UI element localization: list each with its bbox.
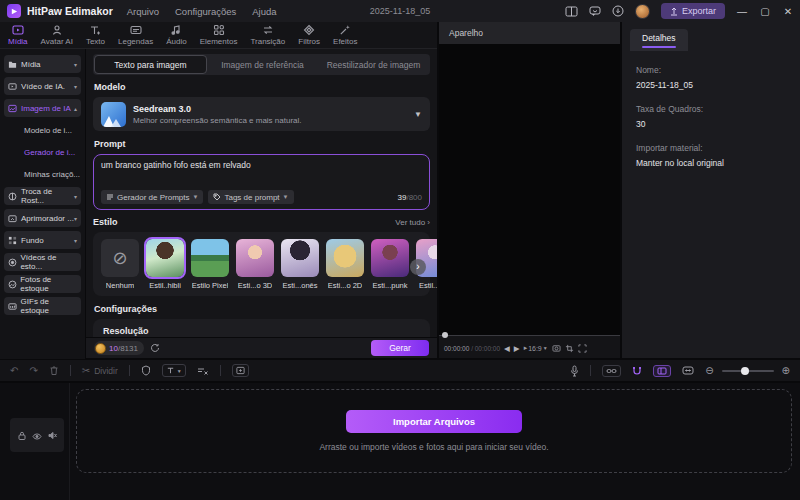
tab-transicao[interactable]: Transição — [250, 24, 285, 46]
zoom-in-icon[interactable]: ⊕ — [782, 365, 790, 376]
model-selector[interactable]: Seedream 3.0 Melhor compreensão semântic… — [93, 97, 430, 131]
prev-frame-button[interactable]: ◀ — [504, 344, 510, 353]
sidebar-item-minhas-criacoes[interactable]: Minhas criaçõ... — [0, 165, 85, 183]
prompt-section-label: Prompt — [94, 139, 430, 149]
user-avatar[interactable] — [635, 4, 650, 19]
close-button[interactable]: ✕ — [782, 6, 794, 17]
seek-bar[interactable] — [439, 332, 620, 338]
generate-button[interactable]: Gerar — [371, 340, 429, 356]
zoom-slider-knob[interactable] — [741, 367, 749, 375]
style-option-2d[interactable]: Esti...o 2D — [326, 239, 364, 290]
style-option-punk[interactable]: Esti...punk — [371, 239, 409, 290]
folder-icon — [8, 60, 18, 69]
transition-icon — [262, 24, 274, 36]
style-option-ghibli[interactable]: Estil..hibli — [146, 239, 184, 290]
track-header — [10, 418, 64, 452]
tab-audio[interactable]: Áudio — [166, 24, 186, 46]
download-icon[interactable] — [612, 5, 624, 17]
snapshot-icon[interactable] — [552, 344, 561, 352]
generator-tabs: Texto para imagem Imagem de referência R… — [93, 54, 430, 75]
tab-elementos[interactable]: Elementos — [200, 24, 238, 46]
zoom-out-icon[interactable]: ⊖ — [705, 365, 713, 376]
play-button[interactable]: ▶ — [514, 344, 520, 353]
style-option-none[interactable]: ⊘ Nenhum — [101, 239, 139, 290]
preview-viewport[interactable] — [439, 44, 620, 335]
menu-configuracoes[interactable]: Configurações — [175, 6, 236, 17]
style-next-arrow[interactable]: › — [410, 259, 426, 275]
tab-imagem-de-referencia[interactable]: Imagem de referência — [207, 55, 318, 74]
layout-panel-icon[interactable] — [565, 6, 578, 17]
aspect-ratio-select[interactable]: ▸16:9▼ — [524, 344, 548, 352]
sidebar-item-fotos-de-estoque[interactable]: Fotos de estoque — [4, 275, 81, 293]
image-generator-panel: Texto para imagem Imagem de referência R… — [86, 49, 437, 337]
crop-icon[interactable] — [565, 344, 574, 353]
view-all-link[interactable]: Ver tudo › — [395, 218, 430, 227]
style-option-pixel[interactable]: Estilo Pixel — [191, 239, 229, 290]
playhead-knob[interactable] — [442, 332, 448, 338]
split-button[interactable]: ✂Dividir — [82, 365, 118, 376]
tab-reestilizador-de-imagem[interactable]: Reestilizador de imagem — [318, 55, 429, 74]
record-voice-icon[interactable] — [570, 365, 579, 377]
tab-avatar-ai[interactable]: Avatar AI — [41, 24, 73, 46]
prompt-generator-button[interactable]: Gerador de Prompts▼ — [101, 190, 203, 204]
elements-icon — [213, 24, 225, 36]
magnet-snap-icon[interactable] — [632, 366, 642, 376]
tab-legendas[interactable]: Legendas — [118, 24, 153, 46]
redo-icon[interactable]: ↷ — [29, 365, 37, 376]
marker-icon[interactable] — [141, 365, 151, 376]
sidebar-item-aprimorador[interactable]: Aprimorador ...▾ — [4, 209, 81, 227]
lock-icon[interactable] — [18, 426, 26, 444]
freeze-frame-icon[interactable] — [232, 364, 249, 377]
style-option-3d[interactable]: Esti...o 3D — [236, 239, 274, 290]
fit-timeline-icon[interactable] — [682, 366, 694, 375]
tab-texto[interactable]: Texto — [86, 24, 105, 46]
fullscreen-icon[interactable] — [578, 344, 587, 353]
media-icon — [12, 24, 24, 36]
media-drop-zone[interactable]: Importar Arquivos Arraste ou importe víd… — [76, 389, 792, 473]
tab-texto-para-imagem[interactable]: Texto para imagem — [94, 55, 207, 74]
prompt-tags-button[interactable]: Tags de prompt▼ — [208, 190, 293, 204]
mute-icon[interactable] — [48, 426, 57, 444]
tab-detalhes[interactable]: Detalhes — [630, 29, 688, 51]
tab-midia[interactable]: Mídia — [8, 24, 28, 46]
menu-arquivo[interactable]: Arquivo — [127, 6, 159, 17]
tab-filtros[interactable]: Filtros — [298, 24, 320, 46]
minimize-button[interactable]: — — [736, 6, 748, 17]
model-description: Melhor compreensão semântica e mais natu… — [133, 116, 302, 125]
link-clips-icon[interactable] — [602, 365, 621, 377]
prompt-input[interactable]: um branco gatinho fofo está em relvado — [94, 155, 429, 190]
auto-ripple-icon[interactable] — [653, 365, 671, 377]
sidebar-item-modelo-de-imagem[interactable]: Modelo de i... — [0, 121, 85, 139]
text-tool-button[interactable]: ▼ — [162, 364, 186, 377]
sidebar-item-imagem-de-ia[interactable]: Imagem de IA▴ — [4, 99, 81, 117]
sidebar-item-fundo[interactable]: Fundo▾ — [4, 231, 81, 249]
sidebar-item-videos-de-estoque[interactable]: Vídeos de esto... — [4, 253, 81, 271]
feedback-icon[interactable] — [589, 6, 601, 17]
tab-efeitos[interactable]: Efeitos — [333, 24, 357, 46]
sidebar-item-troca-de-rosto[interactable]: Troca de Rost...▾ — [4, 187, 81, 205]
sidebar-item-midia[interactable]: Mídia▾ — [4, 55, 81, 73]
model-name: Seedream 3.0 — [133, 104, 302, 114]
field-nome: Nome: 2025-11-18_05 — [636, 65, 800, 90]
timeline-area: Importar Arquivos Arraste ou importe víd… — [0, 383, 800, 500]
effects-icon — [339, 24, 351, 36]
style-thumb-punk — [371, 239, 409, 277]
sidebar-item-gifs-de-estoque[interactable]: GIFs de estoque — [4, 297, 81, 315]
preview-title: Aparelho — [439, 22, 620, 44]
model-logo-icon — [101, 102, 126, 127]
eye-icon[interactable] — [32, 426, 42, 444]
undo-icon[interactable]: ↶ — [10, 365, 18, 376]
style-option-anime[interactable]: Esti...onês — [281, 239, 319, 290]
sidebar-item-gerador-de-imagem[interactable]: Gerador de i... — [0, 143, 85, 161]
refresh-icon[interactable] — [150, 343, 160, 353]
export-button[interactable]: Exportar — [661, 3, 725, 19]
details-panel: Detalhes Nome: 2025-11-18_05 Taxa de Qua… — [622, 22, 800, 358]
timeline-zoom-slider[interactable] — [722, 370, 774, 372]
import-files-button[interactable]: Importar Arquivos — [346, 410, 522, 433]
menu-ajuda[interactable]: Ajuda — [252, 6, 276, 17]
remove-subtitles-icon[interactable] — [197, 366, 209, 376]
maximize-button[interactable]: ▢ — [759, 6, 771, 17]
sidebar-item-video-de-ia[interactable]: Vídeo de IA.▾ — [4, 77, 81, 95]
style-picker: ⊘ Nenhum Estil..hibli Estilo Pixel Esti.… — [93, 232, 430, 296]
delete-icon[interactable] — [49, 365, 59, 376]
